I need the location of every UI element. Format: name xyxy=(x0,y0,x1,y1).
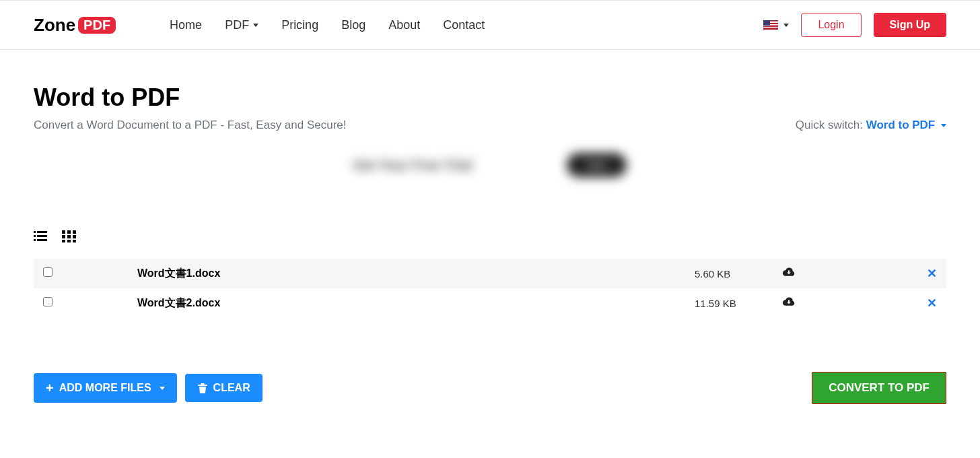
svg-rect-11 xyxy=(73,235,76,238)
svg-rect-0 xyxy=(34,231,36,233)
trash-icon xyxy=(197,382,208,394)
svg-rect-17 xyxy=(204,387,205,392)
quick-switch-value: Word to PDF xyxy=(866,119,936,131)
login-button[interactable]: Login xyxy=(801,13,861,37)
nav-pdf-dropdown[interactable]: PDF xyxy=(225,18,258,32)
nav-about[interactable]: About xyxy=(388,18,420,32)
convert-button[interactable]: CONVERT TO PDF xyxy=(812,372,946,404)
svg-rect-8 xyxy=(73,230,76,234)
svg-rect-13 xyxy=(67,240,71,242)
cloud-download-icon xyxy=(782,266,796,278)
file-list: Word文書1.docx 5.60 KB ✕ Word文書2.docx 11.5… xyxy=(34,259,946,318)
file-row: Word文書2.docx 11.59 KB ✕ xyxy=(34,288,946,318)
logo-zone-text: Zone xyxy=(34,15,75,36)
list-icon xyxy=(34,230,47,242)
nav-contact[interactable]: Contact xyxy=(443,18,485,32)
clear-label: CLEAR xyxy=(213,382,250,394)
quick-switch-label: Quick switch: xyxy=(796,119,866,131)
action-bar: + ADD MORE FILES CLEAR CONVERT TO PDF xyxy=(34,372,946,404)
svg-rect-7 xyxy=(67,230,71,234)
download-button[interactable] xyxy=(782,266,917,281)
add-more-files-button[interactable]: + ADD MORE FILES xyxy=(34,373,177,403)
remove-file-button[interactable]: ✕ xyxy=(917,296,937,310)
plus-icon: + xyxy=(46,381,54,395)
file-size: 5.60 KB xyxy=(695,268,782,280)
svg-rect-5 xyxy=(37,239,47,241)
nav-pdf-label: PDF xyxy=(225,18,249,32)
svg-rect-10 xyxy=(67,235,71,238)
quick-switch: Quick switch: Word to PDF xyxy=(796,119,946,132)
top-navbar: Zone PDF Home PDF Pricing Blog About Con… xyxy=(0,0,980,50)
list-view-button[interactable] xyxy=(34,230,47,245)
chevron-down-icon xyxy=(783,24,789,27)
svg-rect-1 xyxy=(37,231,47,233)
signup-button[interactable]: Sign Up xyxy=(874,13,946,37)
logo-pdf-badge: PDF xyxy=(78,17,116,34)
cloud-download-icon xyxy=(782,296,796,308)
remove-file-button[interactable]: ✕ xyxy=(917,266,937,281)
file-name: Word文書1.docx xyxy=(137,267,695,281)
logo[interactable]: Zone PDF xyxy=(34,15,116,36)
svg-rect-4 xyxy=(34,239,36,241)
svg-rect-6 xyxy=(62,230,65,234)
svg-rect-12 xyxy=(62,240,65,242)
main-content: Word to PDF Convert a Word Document to a… xyxy=(0,50,980,418)
nav-right: Login Sign Up xyxy=(763,13,946,37)
quick-switch-dropdown[interactable]: Word to PDF xyxy=(866,119,946,131)
grid-icon xyxy=(62,230,77,242)
nav-pricing[interactable]: Pricing xyxy=(281,18,318,32)
chevron-down-icon xyxy=(253,24,258,27)
svg-rect-9 xyxy=(62,235,65,238)
download-button[interactable] xyxy=(782,296,917,310)
svg-rect-2 xyxy=(34,235,36,237)
ad-button: Start xyxy=(567,153,627,177)
close-icon: ✕ xyxy=(927,267,937,280)
chevron-down-icon xyxy=(160,387,165,390)
close-icon: ✕ xyxy=(927,296,937,310)
svg-rect-15 xyxy=(201,387,202,392)
svg-rect-3 xyxy=(37,235,47,237)
language-selector[interactable] xyxy=(763,20,789,30)
file-size: 11.59 KB xyxy=(695,298,782,309)
file-row: Word文書1.docx 5.60 KB ✕ xyxy=(34,259,946,288)
file-checkbox[interactable] xyxy=(43,297,53,306)
chevron-down-icon xyxy=(941,124,946,127)
page-title: Word to PDF xyxy=(34,84,946,112)
ad-banner: Get Your Free Trial Start xyxy=(315,147,665,183)
add-more-label: ADD MORE FILES xyxy=(59,382,151,394)
page-subtitle: Convert a Word Document to a PDF - Fast,… xyxy=(34,119,347,132)
view-toggle-group xyxy=(34,230,946,245)
file-name: Word文書2.docx xyxy=(137,296,695,310)
ad-text: Get Your Free Trial xyxy=(353,158,473,173)
svg-rect-14 xyxy=(73,240,76,242)
nav-blog[interactable]: Blog xyxy=(341,18,365,32)
file-checkbox[interactable] xyxy=(43,267,53,277)
main-nav: Home PDF Pricing Blog About Contact xyxy=(170,18,485,32)
grid-view-button[interactable] xyxy=(62,230,77,245)
nav-home[interactable]: Home xyxy=(170,18,202,32)
clear-button[interactable]: CLEAR xyxy=(185,374,262,402)
us-flag-icon xyxy=(763,20,778,30)
svg-rect-16 xyxy=(202,387,203,392)
